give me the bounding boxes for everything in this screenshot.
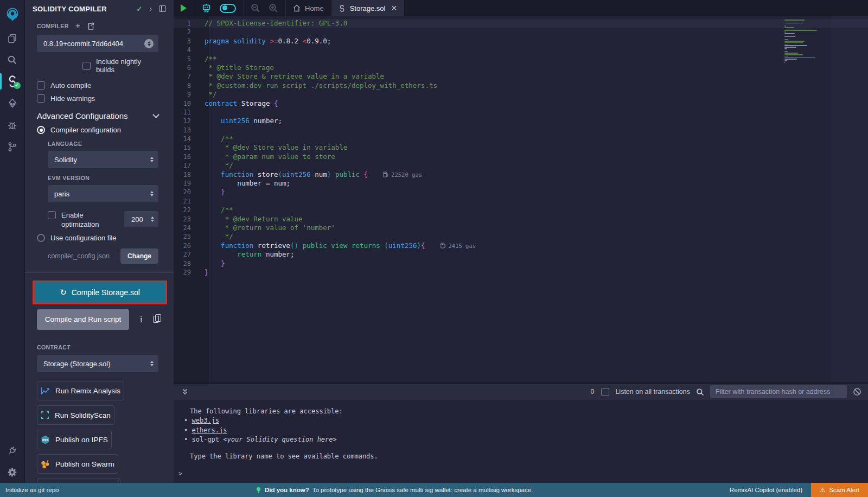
listen-transactions-label: Listen on all transactions [615,388,690,396]
version-stepper-icon [144,39,154,48]
code-line: 10contract Storage { [174,99,868,108]
auto-compile-label: Auto compile [50,81,91,90]
code-line: 27 return number; [174,250,868,259]
open-file-icon[interactable] [87,22,95,30]
close-tab-icon[interactable]: ✕ [391,4,397,12]
enable-optimization-checkbox[interactable] [48,211,56,219]
hide-warnings-checkbox[interactable] [37,94,45,103]
git-init-link[interactable]: Initialize as git repo [5,487,59,493]
clear-console-icon[interactable] [853,387,861,396]
compilation-details-button[interactable]: Compilation Details [37,479,120,483]
terminal-library-item: • sol-gpt <your Solidity question here> [174,435,868,444]
info-icon[interactable]: i [140,315,142,324]
config-file-name: compiler_config.json [48,252,110,260]
code-editor[interactable]: 1// SPDX-License-Identifier: GPL-3.023pr… [174,16,868,383]
listen-transactions-checkbox[interactable] [601,388,609,396]
transaction-filter-input[interactable] [710,385,847,398]
code-line: 18 function store(uint256 num) public {2… [174,170,868,179]
nightly-builds-checkbox[interactable] [82,62,91,70]
advanced-configurations-title: Advanced Configurations [37,111,128,120]
copilot-status: RemixAI Copilot (enabled) [730,487,802,493]
code-line: 12 uint256 number; [174,117,868,125]
compiler-version-select[interactable]: 0.8.19+commit.7dd6d404 [37,35,158,52]
copy-icon[interactable] [153,316,159,323]
use-configuration-file-label: Use configuration file [50,234,116,242]
use-configuration-file-radio-row[interactable]: Use configuration file [37,234,158,242]
code-line: 17 */ [174,161,868,170]
evm-version-select[interactable]: paris [48,185,158,202]
nightly-builds-label: Include nightly builds [96,58,158,74]
use-configuration-file-radio[interactable] [37,234,45,242]
code-line: 25 */ [174,232,868,241]
solidityscan-icon [41,411,49,419]
compiler-section-label: COMPILER [37,23,69,29]
code-line: 3pragma solidity >=0.8.2 <0.9.0; [174,37,868,46]
code-line: 19 number = num; [174,179,868,188]
change-config-button[interactable]: Change [120,248,158,264]
debugger-icon[interactable] [0,114,25,136]
expand-terminal-icon[interactable] [181,388,189,396]
settings-gear-icon[interactable] [0,461,25,483]
tab-storage-sol[interactable]: Storage.sol ✕ [331,0,405,16]
compiler-configuration-radio-row[interactable]: Compiler configuration [37,126,158,134]
main-area: Home Storage.sol ✕ 1// SPDX-License-Iden… [174,0,868,483]
code-line: 15 * @dev Store value in variable [174,143,868,152]
chevron-right-icon[interactable]: › [149,4,152,13]
gas-estimate: 22520 gas [383,170,422,179]
enable-optimization-label: Enable optimization [61,211,111,230]
zoom-in-icon[interactable] [269,3,278,13]
transaction-count: 0 [590,388,594,396]
language-value: Solidity [54,156,77,164]
svg-text:IPFS: IPFS [42,438,49,441]
code-line: 11 [174,108,868,117]
terminal-body[interactable]: The following libraries are accessible: … [174,400,868,483]
publish-on-swarm-button[interactable]: Publish on Swarm [37,454,118,474]
git-icon[interactable] [0,136,25,157]
optimization-runs-stepper[interactable]: 200 [124,211,158,227]
panel-body: COMPILER + 0.8.19+commit.7dd6d404 Includ… [25,17,174,483]
zoom-out-icon[interactable] [251,3,260,13]
did-you-know-text: To prototype using the Gnosis safe multi… [312,487,533,493]
analysis-chart-icon [41,387,50,395]
compiler-version-value: 0.8.19+commit.7dd6d404 [43,40,123,48]
advanced-configurations-header[interactable]: Advanced Configurations [37,111,158,120]
action-label: Run SolidityScan [55,411,111,419]
terminal-library-link[interactable]: • web3.js [174,416,868,425]
language-select[interactable]: Solidity [48,151,158,168]
tab-home-label: Home [305,4,324,12]
contract-select[interactable]: Storage (Storage.sol) [37,355,158,372]
select-arrows-icon [150,157,154,162]
solidity-compiler-icon[interactable]: ✓ [0,71,25,92]
did-you-know-title: Did you know? [265,487,309,493]
scam-alert-button[interactable]: ⚠ Scam Alert [811,483,868,497]
file-explorer-icon[interactable] [0,27,25,49]
terminal-library-link[interactable]: • ethers.js [174,426,868,435]
terminal-note: Type the library name to see available c… [174,452,868,461]
run-remix-analysis-button[interactable]: Run Remix Analysis [37,381,124,400]
code-line: 16 * @param num value to store [174,152,868,161]
pin-panel-icon[interactable] [159,5,166,12]
code-line: 29} [174,268,868,277]
tab-home[interactable]: Home [286,0,331,16]
copilot-toggle[interactable] [220,4,236,13]
deploy-and-run-icon[interactable] [0,92,25,114]
minimap[interactable] [784,20,830,63]
search-icon[interactable] [0,49,25,71]
chevron-down-icon [152,111,159,118]
compiler-configuration-radio[interactable] [37,126,45,134]
plugin-manager-icon[interactable] [0,439,25,461]
compile-button[interactable]: ↻ Compile Storage.sol [34,282,165,303]
publish-on-ipfs-button[interactable]: IPFS Publish on IPFS [37,430,112,449]
add-compiler-icon[interactable]: + [75,22,80,30]
lightbulb-icon [256,487,261,494]
remix-ai-robot-icon[interactable] [201,3,212,14]
compiler-configuration-label: Compiler configuration [50,126,121,134]
run-script-play-button[interactable] [181,4,187,12]
auto-compile-checkbox[interactable] [37,81,45,90]
compile-button-label: Compile Storage.sol [72,288,140,297]
evm-version-value: paris [54,190,69,198]
run-solidityscan-button[interactable]: Run SolidityScan [37,405,114,425]
gas-estimate: 2415 gas [441,241,476,250]
terminal-prompt[interactable]: > [178,470,182,477]
code-line: 22 /** [174,206,868,214]
